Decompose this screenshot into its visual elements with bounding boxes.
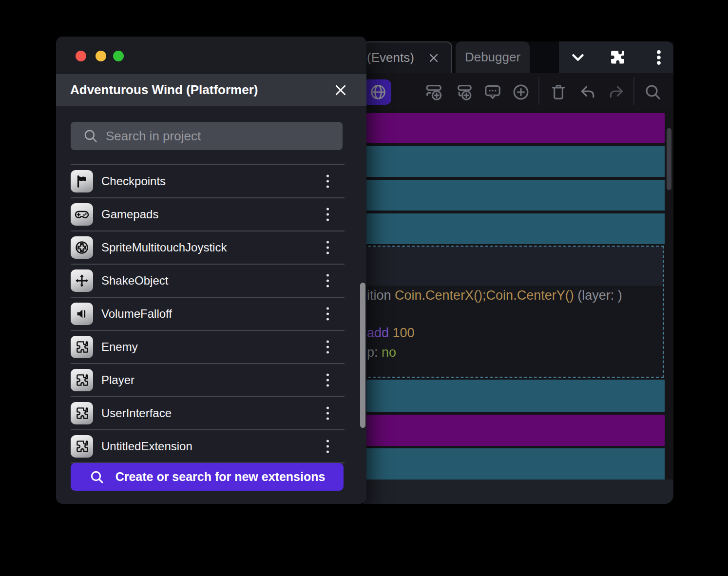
- event-action-line[interactable]: ition Coin.CenterX();Coin.CenterY() (lay…: [367, 288, 622, 303]
- list-item-label: Player: [101, 373, 134, 387]
- move-arrows-icon: [71, 269, 93, 292]
- event-action-line[interactable]: p: no: [367, 345, 396, 360]
- event-row[interactable]: [363, 213, 665, 244]
- search-icon[interactable]: [643, 82, 663, 102]
- joystick-icon: [71, 236, 93, 259]
- list-item-label: Gamepads: [101, 208, 158, 221]
- selected-event-block[interactable]: ition Coin.CenterX();Coin.CenterY() (lay…: [363, 246, 664, 378]
- list-item-label: UserInterface: [101, 406, 172, 420]
- redo-icon[interactable]: [607, 82, 626, 102]
- kebab-menu-icon[interactable]: [325, 405, 331, 422]
- list-item-shakeobject[interactable]: ShakeObject: [71, 265, 345, 298]
- event-row[interactable]: [363, 113, 665, 143]
- dialog-header: Adventurous Wind (Platformer): [56, 74, 366, 106]
- events-scrollbar[interactable]: [667, 128, 671, 190]
- kebab-menu-icon[interactable]: [650, 48, 668, 67]
- tab-debugger-label: Debugger: [465, 50, 520, 65]
- minimize-window-button[interactable]: [96, 51, 106, 61]
- toolbar-divider: [538, 77, 539, 105]
- kebab-menu-icon[interactable]: [325, 438, 331, 455]
- add-comment-icon[interactable]: [483, 82, 502, 102]
- create-button-label: Create or search for new extensions: [115, 470, 326, 484]
- add-event-icon[interactable]: [424, 82, 444, 102]
- project-manager-dialog: Adventurous Wind (Platformer) Checkpoint…: [56, 37, 366, 504]
- event-row[interactable]: [363, 415, 665, 446]
- list-item-untitledextension[interactable]: UntitledExtension: [71, 430, 345, 463]
- dialog-scrollbar[interactable]: [360, 283, 365, 428]
- list-item-player[interactable]: Player: [71, 364, 345, 397]
- list-item-label: VolumeFalloff: [101, 307, 172, 321]
- search-input[interactable]: [105, 128, 336, 144]
- desktop: (Events) Debugger: [0, 0, 728, 576]
- list-item-label: Enemy: [101, 340, 138, 354]
- list-item-label: Checkpoints: [101, 174, 166, 188]
- window-controls-panel: [559, 41, 673, 73]
- extension-list: Checkpoints Gamepads SpriteMultitouchJoy…: [71, 164, 345, 463]
- tab-debugger[interactable]: Debugger: [456, 41, 530, 73]
- tab-events-label: (Events): [367, 50, 414, 65]
- search-icon: [89, 469, 105, 485]
- list-item-label: SpriteMultitouchJoystick: [101, 241, 227, 254]
- list-item-checkpoints[interactable]: Checkpoints: [71, 165, 345, 198]
- speaker-icon: [71, 303, 93, 325]
- globe-icon: [369, 83, 387, 101]
- close-tab-icon[interactable]: [428, 52, 440, 64]
- list-item-enemy[interactable]: Enemy: [71, 331, 345, 364]
- chevron-down-icon[interactable]: [569, 48, 587, 67]
- puzzle-icon: [71, 435, 93, 458]
- list-item-spritemultitouchjoystick[interactable]: SpriteMultitouchJoystick: [71, 231, 345, 265]
- list-item-label: ShakeObject: [101, 274, 168, 288]
- puzzle-icon: [71, 336, 93, 358]
- event-row[interactable]: [363, 448, 665, 480]
- list-item-gamepads[interactable]: Gamepads: [71, 198, 345, 231]
- gamepad-icon: [71, 203, 93, 226]
- kebab-menu-icon[interactable]: [325, 173, 331, 190]
- close-icon[interactable]: [333, 83, 348, 97]
- undo-icon[interactable]: [578, 82, 597, 102]
- search-box[interactable]: [71, 122, 343, 150]
- event-row[interactable]: [363, 180, 665, 211]
- event-row[interactable]: [363, 146, 665, 177]
- dialog-titlebar: [56, 37, 366, 74]
- add-subevent-icon[interactable]: [455, 82, 474, 102]
- events-sheet: ition Coin.CenterX();Coin.CenterY() (lay…: [363, 110, 673, 480]
- extensions-puzzle-icon[interactable]: [608, 48, 626, 67]
- list-item-volumefalloff[interactable]: VolumeFalloff: [71, 298, 345, 331]
- kebab-menu-icon[interactable]: [325, 206, 331, 223]
- list-item-userinterface[interactable]: UserInterface: [71, 397, 345, 430]
- kebab-menu-icon[interactable]: [325, 372, 331, 389]
- search-icon: [82, 128, 99, 144]
- add-circle-icon[interactable]: [511, 82, 531, 102]
- trash-icon[interactable]: [549, 82, 568, 102]
- puzzle-icon: [71, 402, 93, 424]
- tab-bar: (Events) Debugger: [363, 41, 673, 73]
- list-item-label: UntitledExtension: [101, 440, 192, 453]
- create-or-search-extensions-button[interactable]: Create or search for new extensions: [71, 463, 344, 491]
- events-toolbar: [363, 73, 673, 110]
- puzzle-icon: [71, 369, 93, 391]
- toolbar-divider: [633, 77, 634, 105]
- event-condition-area[interactable]: [364, 247, 663, 286]
- event-row[interactable]: [363, 380, 665, 412]
- kebab-menu-icon[interactable]: [325, 306, 331, 323]
- kebab-menu-icon[interactable]: [325, 339, 331, 356]
- event-action-line[interactable]: add 100: [367, 325, 415, 341]
- zoom-window-button[interactable]: [113, 51, 124, 61]
- kebab-menu-icon[interactable]: [325, 272, 331, 289]
- close-window-button[interactable]: [76, 51, 86, 61]
- events-editor-window: (Events) Debugger: [363, 41, 673, 504]
- events-sheet-footer: [363, 480, 673, 504]
- page-title: Adventurous Wind (Platformer): [70, 82, 258, 97]
- kebab-menu-icon[interactable]: [325, 239, 331, 256]
- tab-events[interactable]: (Events): [363, 41, 452, 73]
- flag-icon: [71, 170, 93, 192]
